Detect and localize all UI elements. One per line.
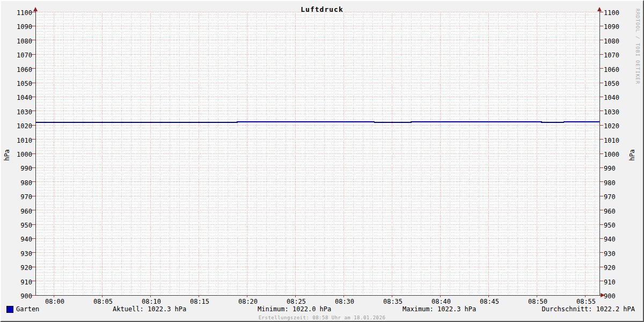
y-tick-label-right: 970 — [604, 193, 635, 201]
y-tick-label-right: 980 — [604, 179, 635, 187]
y-tick-label-right: 1100 — [604, 9, 635, 17]
x-tick-label: 08:15 — [188, 298, 211, 305]
y-tick-label-left: 1020 — [1, 122, 32, 130]
y-tick-label-left: 1090 — [1, 23, 32, 31]
x-tick-label: 08:40 — [429, 298, 453, 305]
y-tick-label-left: 970 — [1, 193, 32, 201]
y-tick-label-right: 1080 — [604, 38, 635, 45]
x-tick-label: 08:45 — [478, 298, 501, 305]
stat-aktuell: Aktuell: 1022.3 hPa — [113, 305, 186, 313]
y-tick-label-right: 1000 — [604, 151, 635, 158]
y-tick-label-left: 900 — [1, 292, 32, 300]
y-tick-label-right: 910 — [604, 279, 635, 286]
y-tick-label-left: 1010 — [1, 137, 32, 144]
y-tick-label-left: 990 — [1, 165, 32, 172]
series-label: Garten — [16, 305, 39, 313]
legend-row: Garten Aktuell: 1022.3 hPa Minimum: 1022… — [1, 305, 643, 313]
y-tick-label-left: 1100 — [1, 9, 32, 17]
x-tick-label: 08:55 — [574, 298, 598, 305]
x-tick-label: 08:30 — [333, 298, 356, 305]
y-tick-label-left: 980 — [1, 179, 32, 187]
x-tick-label: 08:20 — [236, 298, 260, 305]
rrdtool-watermark: RRDTOOL / TOBI OETIKER — [635, 9, 640, 84]
y-tick-label-right: 1040 — [604, 94, 635, 101]
y-tick-label-right: 1050 — [604, 80, 635, 87]
y-tick-label-left: 910 — [1, 279, 32, 286]
y-tick-label-left: 1000 — [1, 151, 32, 158]
y-tick-label-right: 920 — [604, 264, 635, 272]
x-tick-label: 08:25 — [284, 298, 308, 305]
y-tick-label-left: 1040 — [1, 94, 32, 101]
series-color-swatch — [6, 306, 13, 313]
y-tick-label-left: 1060 — [1, 66, 32, 74]
y-tick-label-right: 1010 — [604, 137, 635, 144]
y-tick-label-right: 1090 — [604, 23, 635, 31]
x-tick-label: 08:50 — [526, 298, 550, 305]
y-tick-label-right: 960 — [604, 208, 635, 215]
x-tick-label: 08:10 — [140, 298, 163, 305]
y-tick-label-left: 1050 — [1, 80, 32, 87]
x-tick-label: 08:05 — [91, 298, 115, 305]
stat-durchschnitt: Durchschnitt: 1022.2 hPA — [542, 305, 635, 313]
y-tick-label-left: 930 — [1, 250, 32, 258]
y-tick-label-right: 1030 — [604, 108, 635, 116]
x-tick-label: 08:35 — [381, 298, 405, 305]
y-tick-label-right: 1020 — [604, 122, 635, 130]
y-tick-label-right: 950 — [604, 222, 635, 229]
y-tick-label-left: 960 — [1, 208, 32, 215]
y-tick-label-left: 1070 — [1, 52, 32, 59]
y-tick-label-left: 950 — [1, 222, 32, 229]
y-tick-label-right: 900 — [604, 292, 635, 300]
y-tick-label-left: 940 — [1, 236, 32, 243]
y-tick-label-left: 1030 — [1, 108, 32, 116]
y-tick-label-left: 920 — [1, 264, 32, 272]
y-tick-label-right: 990 — [604, 165, 635, 172]
x-tick-label: 08:00 — [43, 298, 67, 305]
y-tick-label-right: 1070 — [604, 52, 635, 59]
creation-timestamp: Erstellungszeit: 08:58 Uhr am 18.01.2026 — [1, 315, 643, 320]
stat-minimum: Minimum: 1022.0 hPa — [258, 305, 331, 313]
y-tick-label-left: 1080 — [1, 38, 32, 45]
stat-maximum: Maximum: 1022.3 hPa — [402, 305, 476, 313]
plot-area — [1, 1, 643, 321]
pressure-graph: Luftdruck hPa hPa RRDTOOL / TOBI OETIKER… — [0, 0, 644, 322]
y-tick-label-right: 1060 — [604, 66, 635, 74]
y-tick-label-right: 930 — [604, 250, 635, 258]
y-tick-label-right: 940 — [604, 236, 635, 243]
